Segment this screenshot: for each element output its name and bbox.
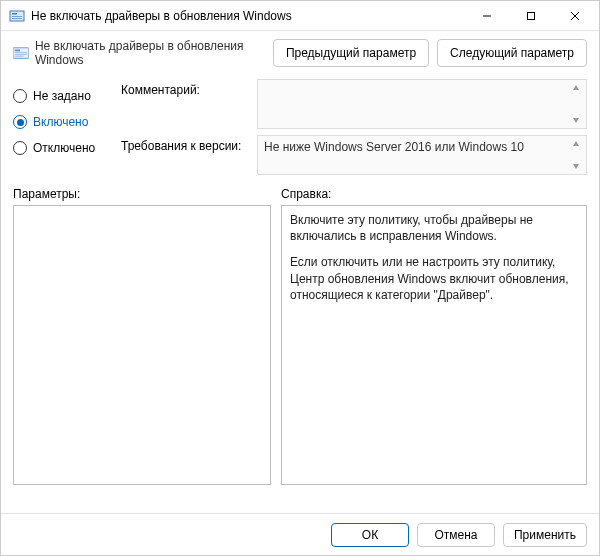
radio-enabled[interactable]: Включено (13, 109, 113, 135)
svg-marker-15 (573, 141, 579, 146)
scroll-down-icon[interactable] (570, 114, 582, 126)
help-label: Справка: (281, 187, 587, 201)
minimize-button[interactable] (465, 2, 509, 30)
header: Не включать драйверы в обновления Window… (1, 31, 599, 79)
scroll-down-icon[interactable] (570, 160, 582, 172)
comment-row: Комментарий: (121, 79, 587, 129)
policy-icon (13, 45, 29, 61)
help-paragraph: Если отключить или не настроить эту поли… (290, 254, 578, 303)
radio-not-configured[interactable]: Не задано (13, 83, 113, 109)
radio-icon (13, 115, 27, 129)
radio-label: Включено (33, 115, 88, 129)
panes: Включите эту политику, чтобы драйверы не… (1, 205, 599, 513)
close-button[interactable] (553, 2, 597, 30)
header-left: Не включать драйверы в обновления Window… (13, 39, 265, 67)
radio-label: Отключено (33, 141, 95, 155)
scroll-up-icon[interactable] (570, 138, 582, 150)
previous-setting-button[interactable]: Предыдущий параметр (273, 39, 429, 67)
state-radios: Не задано Включено Отключено (13, 79, 113, 175)
options-pane (13, 205, 271, 485)
policy-app-icon (9, 8, 25, 24)
fields: Комментарий: Требования к версии: Не ниж… (121, 79, 587, 175)
help-pane: Включите эту политику, чтобы драйверы не… (281, 205, 587, 485)
maximize-button[interactable] (509, 2, 553, 30)
footer: ОК Отмена Применить (1, 513, 599, 555)
options-label: Параметры: (13, 187, 281, 201)
svg-rect-1 (12, 13, 17, 15)
next-setting-button[interactable]: Следующий параметр (437, 39, 587, 67)
svg-rect-2 (12, 16, 22, 17)
radio-label: Не задано (33, 89, 91, 103)
supported-box: Не ниже Windows Server 2016 или Windows … (257, 135, 587, 175)
supported-spinners (570, 136, 584, 174)
svg-marker-14 (573, 118, 579, 123)
help-paragraph: Включите эту политику, чтобы драйверы не… (290, 212, 578, 244)
radio-icon (13, 141, 27, 155)
comment-spinners (570, 80, 584, 128)
comment-input[interactable] (257, 79, 587, 129)
policy-subtitle: Не включать драйверы в обновления Window… (35, 39, 265, 67)
supported-label: Требования к версии: (121, 135, 249, 153)
svg-rect-9 (15, 49, 20, 51)
svg-rect-12 (15, 56, 24, 57)
column-labels: Параметры: Справка: (1, 183, 599, 205)
policy-editor-window: Не включать драйверы в обновления Window… (0, 0, 600, 556)
svg-rect-3 (12, 18, 22, 19)
svg-marker-13 (573, 85, 579, 90)
cancel-button[interactable]: Отмена (417, 523, 495, 547)
ok-button[interactable]: ОК (331, 523, 409, 547)
svg-marker-16 (573, 164, 579, 169)
svg-rect-11 (15, 54, 27, 55)
svg-rect-5 (528, 12, 535, 19)
window-title: Не включать драйверы в обновления Window… (31, 9, 465, 23)
svg-rect-10 (15, 52, 27, 53)
radio-disabled[interactable]: Отключено (13, 135, 113, 161)
comment-label: Комментарий: (121, 79, 249, 97)
apply-button[interactable]: Применить (503, 523, 587, 547)
supported-value: Не ниже Windows Server 2016 или Windows … (264, 140, 524, 154)
radio-icon (13, 89, 27, 103)
scroll-up-icon[interactable] (570, 82, 582, 94)
config-area: Не задано Включено Отключено Комментарий… (1, 79, 599, 183)
supported-row: Требования к версии: Не ниже Windows Ser… (121, 135, 587, 175)
titlebar: Не включать драйверы в обновления Window… (1, 1, 599, 31)
